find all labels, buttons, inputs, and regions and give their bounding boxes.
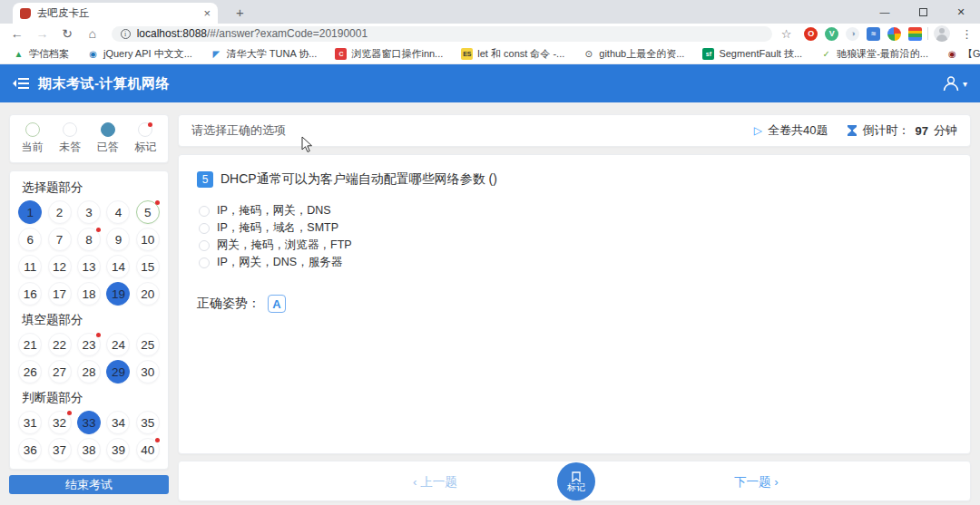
legend-label: 已答 [97, 140, 119, 155]
question-number-24[interactable]: 24 [106, 333, 130, 356]
bookmark-item[interactable]: ESlet 和 const 命令 -... [461, 47, 564, 61]
tuna-plane-icon: ◤ [211, 48, 222, 60]
question-number-40[interactable]: 40 [136, 438, 160, 461]
question-number-11[interactable]: 11 [18, 255, 42, 278]
prev-question-button[interactable]: ‹ 上一题 [413, 474, 457, 490]
radio-icon[interactable] [199, 206, 210, 217]
bookmark-item[interactable]: sfSegmentFault 技... [702, 47, 802, 61]
question-number-8[interactable]: 8 [77, 228, 101, 251]
moon-circle-extension-icon[interactable]: ◑ [846, 27, 859, 41]
bookmark-label: jQuery API 中文文... [103, 47, 192, 61]
question-number-13[interactable]: 13 [77, 255, 101, 278]
option-row-B[interactable]: IP，掩码，域名，SMTP [199, 219, 952, 237]
red-hand-extension-icon[interactable]: O [804, 27, 818, 41]
profile-avatar[interactable] [934, 25, 950, 42]
status-legend: 当前未答已答标记 [9, 114, 169, 163]
marker-dot [96, 333, 101, 337]
options-list: IP，掩码，网关，DNSIP，掩码，域名，SMTP网关，掩码，浏览器，FTPIP… [197, 202, 952, 271]
app-header: 期末考试-计算机网络 ▾ [0, 64, 980, 102]
back-icon[interactable]: ← [7, 26, 27, 41]
question-number-34[interactable]: 34 [106, 411, 130, 434]
page-info-icon[interactable] [121, 29, 131, 39]
address-bar[interactable]: localhost:8088/#/answer?examCode=2019000… [112, 26, 772, 42]
question-number-10[interactable]: 10 [136, 228, 160, 251]
question-number-29[interactable]: 29 [106, 360, 130, 384]
play-icon: ▷ [754, 124, 762, 137]
legend-item-unanswered: 未答 [59, 122, 81, 155]
bookmark-item[interactable]: ◉jQuery API 中文文... [87, 47, 192, 61]
question-number-25[interactable]: 25 [136, 333, 160, 356]
question-number-21[interactable]: 21 [18, 333, 42, 356]
mark-question-button[interactable]: 标记 [557, 462, 595, 500]
home-icon[interactable]: ⌂ [83, 26, 103, 41]
option-label: IP，网关，DNS，服务器 [217, 255, 342, 270]
question-number-5[interactable]: 5 [136, 200, 160, 224]
bookmark-star-icon[interactable]: ☆ [781, 27, 792, 41]
bookmark-item[interactable]: ◉【Google Chrome... [946, 47, 980, 61]
new-tab-button[interactable]: + [229, 3, 251, 22]
bookmark-item[interactable]: ✓驰狼课堂-最前沿的... [820, 47, 928, 61]
fold-menu-icon[interactable] [13, 77, 29, 90]
question-number-3[interactable]: 3 [77, 200, 101, 224]
window-maximize-button[interactable] [904, 0, 942, 24]
next-question-button[interactable]: 下一题 › [734, 474, 779, 490]
window-close-button[interactable]: ✕ [942, 0, 980, 24]
question-number-6[interactable]: 6 [18, 228, 42, 251]
question-number-35[interactable]: 35 [136, 411, 160, 434]
question-number-1[interactable]: 1 [18, 200, 42, 224]
question-number-33[interactable]: 33 [77, 411, 101, 434]
forward-icon[interactable]: → [33, 26, 53, 41]
question-number-14[interactable]: 14 [106, 255, 130, 278]
question-number-28[interactable]: 28 [77, 360, 101, 384]
question-number-30[interactable]: 30 [136, 360, 160, 384]
question-number-27[interactable]: 27 [48, 360, 72, 384]
question-number-2[interactable]: 2 [48, 200, 72, 224]
user-icon [942, 74, 960, 92]
csdn-logo-icon: C [335, 48, 347, 60]
window-minimize-button[interactable]: — [866, 0, 904, 24]
question-number-16[interactable]: 16 [18, 282, 42, 306]
refresh-icon[interactable]: ↻ [57, 26, 77, 41]
user-menu[interactable]: ▾ [942, 74, 967, 92]
question-number-22[interactable]: 22 [48, 333, 72, 356]
bookmark-item[interactable]: ▲学信档案 [13, 47, 69, 61]
question-number-36[interactable]: 36 [18, 438, 42, 461]
question-number-31[interactable]: 31 [18, 411, 42, 434]
question-number-26[interactable]: 26 [18, 360, 42, 384]
radio-icon[interactable] [199, 240, 210, 251]
question-number-4[interactable]: 4 [106, 200, 130, 224]
option-row-C[interactable]: 网关，掩码，浏览器，FTP [199, 237, 952, 254]
option-row-D[interactable]: IP，网关，DNS，服务器 [199, 254, 952, 271]
tab-close-icon[interactable]: × [203, 6, 211, 20]
blue-waves-extension-icon[interactable]: ≈ [867, 27, 880, 41]
bookmark-item[interactable]: ⊙github上最全的资... [583, 47, 684, 61]
bookmark-label: SegmentFault 技... [719, 47, 802, 61]
question-number-37[interactable]: 37 [48, 438, 72, 461]
question-number-39[interactable]: 39 [106, 438, 130, 461]
vue-devtools-extension-icon[interactable]: V [825, 27, 838, 41]
legend-unanswered-icon [63, 122, 77, 137]
bookmark-item[interactable]: ◤清华大学 TUNA 协... [211, 47, 318, 61]
question-number-18[interactable]: 18 [77, 282, 101, 306]
next-label: 下一题 [734, 475, 771, 489]
legend-item-answered: 已答 [97, 122, 119, 155]
bookmark-item[interactable]: C浏览器窗口操作inn... [335, 47, 443, 61]
option-row-A[interactable]: IP，掩码，网关，DNS [199, 202, 952, 219]
question-number-19[interactable]: 19 [106, 282, 130, 306]
end-exam-button[interactable]: 结束考试 [9, 475, 169, 494]
question-number-20[interactable]: 20 [136, 282, 160, 306]
radio-icon[interactable] [199, 223, 210, 234]
radio-icon[interactable] [199, 257, 210, 268]
question-number-7[interactable]: 7 [48, 228, 72, 251]
question-number-23[interactable]: 23 [77, 333, 101, 356]
question-number-32[interactable]: 32 [48, 411, 72, 434]
question-number-12[interactable]: 12 [48, 255, 72, 278]
rainbow-extension-icon[interactable] [908, 27, 922, 41]
question-number-9[interactable]: 9 [106, 228, 130, 251]
pinwheel-extension-icon[interactable] [887, 27, 901, 41]
browser-tab[interactable]: 去吧皮卡丘 × [13, 3, 218, 24]
question-number-15[interactable]: 15 [136, 255, 160, 278]
question-number-38[interactable]: 38 [77, 438, 101, 461]
question-number-17[interactable]: 17 [48, 282, 72, 306]
browser-menu-icon[interactable]: ⋮ [961, 27, 973, 41]
